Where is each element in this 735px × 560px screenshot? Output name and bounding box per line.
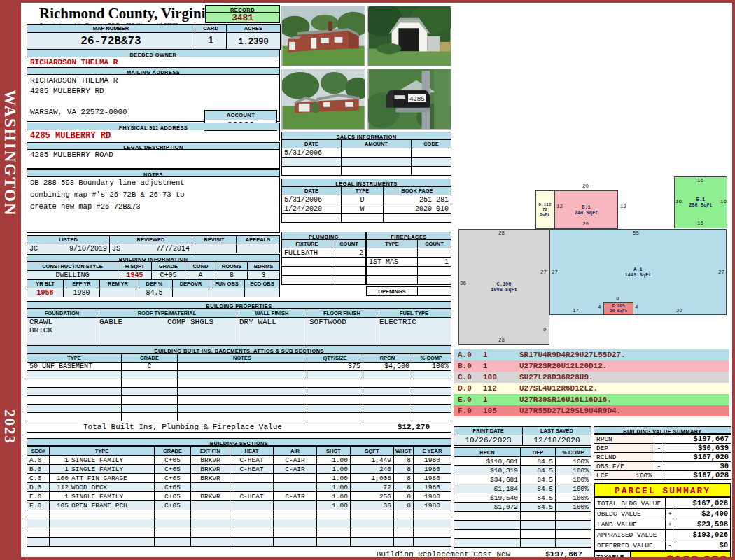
photo-house-front: [281, 6, 365, 66]
account-box: ACCOUNT 20060: [204, 110, 277, 120]
taxable-value: $193,026: [631, 552, 730, 560]
listed-date: 9/10/2019: [69, 245, 107, 253]
sales-row: [282, 158, 451, 167]
physical-address-block: PHYSICAL 911 ADDRESS 4285 MULBERRY RD: [27, 122, 280, 141]
fireplace-row: [367, 248, 451, 258]
sketch-code-row: D.0112U27SL4U12R6D12L2.: [454, 383, 729, 394]
building-section-value-row: [454, 521, 592, 530]
building-properties-block: BUILDING PROPERTIES FOUNDATION ROOF TYPE…: [27, 301, 451, 346]
grade-label: GRADE: [152, 262, 186, 271]
depovr-label: DEPOVR: [173, 280, 209, 288]
col-sec: SEC#: [27, 447, 50, 456]
wall-finish-label: WALL FINISH: [237, 309, 307, 318]
legal-instruments-block: LEGAL INSTRUMENTS DATE TYPE BOOK PAGE 5/…: [281, 178, 451, 223]
building-section-row: B.0 1SINGLE FAMILY C+05 BRKVR C-HEAT C-A…: [27, 465, 451, 474]
dim: 27: [718, 270, 724, 275]
plumbing-row: [282, 267, 366, 276]
legal-instrument-row: 1/24/2020W2020 010: [282, 204, 451, 214]
built-ins-total-row: Total Built Ins, Plumbing & Fireplace Va…: [27, 421, 451, 433]
revisit-value: [192, 244, 237, 253]
building-section-value-row: $19,540 84.5 100%: [454, 493, 592, 503]
col-date: DATE: [282, 140, 342, 148]
col-count: COUNT: [418, 240, 451, 248]
acres-label: ACRES: [227, 24, 281, 33]
photo-shed: [368, 6, 451, 66]
openings-label: OPENINGS: [367, 287, 418, 296]
foundation-value2: BRICK: [29, 326, 94, 335]
print-info-block: PRINT DATE LAST SAVED 10/26/2023 12/18/2…: [454, 426, 592, 446]
deeded-owner-block: DEEDED OWNER RICHARDSON THELMA R: [27, 50, 280, 68]
col-qty: QTY/SIZE: [307, 354, 363, 363]
funobs-label: FUN OBS: [209, 280, 245, 288]
roof-material-value: COMP SHGLS: [167, 318, 214, 326]
fireplaces-label: FIREPLACES: [366, 232, 451, 239]
photo-house-side: [281, 69, 365, 130]
col-rpcn: RPCN: [454, 448, 521, 457]
built-ins-block: BUILDING BUILT INS, BASEMENTS, ATTICS & …: [27, 346, 451, 433]
col-notes: NOTES: [178, 354, 307, 363]
taxable-value-label: TAXABLE VALUE: [595, 552, 631, 560]
built-ins-total-label: Total Built Ins, Plumbing & Fireplace Va…: [83, 423, 282, 431]
hsqft-value: 1945: [118, 271, 152, 280]
col-extfin: EXT FIN: [191, 447, 230, 456]
floor-finish-label: FLOOR FINISH: [307, 309, 377, 318]
record-box: RECORD 3481: [205, 5, 280, 23]
sketch-code-row: C.0100SU27L28D36R28U9.: [454, 372, 729, 383]
col-date: DATE: [282, 187, 342, 195]
mailing-line: RICHARDSON THELMA R: [30, 76, 276, 87]
col-type: TYPE: [367, 240, 418, 248]
remyr-label: REM YR: [100, 280, 136, 288]
property-record-card: WASHINGTON 2023 Richmond County, Virgini…: [0, 0, 735, 560]
dim: 16: [676, 199, 682, 204]
col-count: COUNT: [332, 240, 366, 248]
mailing-address-label: MAILING ADDRESS: [27, 67, 280, 75]
parcel-summary-row: APPRAISED VALUE $193,026: [595, 530, 730, 540]
dim: 27: [552, 270, 558, 275]
built-ins-row: [27, 371, 451, 379]
dim: 9: [616, 296, 620, 302]
account-label: ACCOUNT: [204, 110, 277, 120]
remyr-value: [100, 288, 136, 298]
roof-label: ROOF TYPE/MATERIAL: [97, 309, 237, 318]
map-card-acres: MAP NUMBER CARD ACRES 26-72B&73 1 1.2390: [27, 24, 280, 50]
card-number: 1: [195, 33, 227, 50]
dim: 27: [540, 270, 547, 275]
building-properties-label: BUILDING PROPERTIES: [27, 301, 451, 309]
dim: 16: [720, 199, 727, 204]
effyr-value: 1980: [64, 288, 100, 298]
parcel-summary-row: DEFERRED VALUE - $0: [595, 540, 730, 551]
appeals-label: APPEALS: [237, 236, 280, 244]
dim: 28: [498, 230, 505, 236]
acres-value: 1.2390: [227, 33, 281, 50]
sketch-block-f: F.10536 SqFt: [603, 302, 634, 315]
print-date-value: 10/26/2023: [454, 435, 523, 446]
record-value: 3481: [205, 13, 280, 23]
parcel-summary-label: PARCEL SUMMARY: [595, 484, 730, 498]
revisit-label: REVISIT: [192, 236, 237, 244]
legal-description-label: LEGAL DESCRIPTION: [27, 142, 280, 150]
fireplace-row: [367, 267, 451, 276]
dim: 16: [697, 220, 704, 226]
card-label: CARD: [195, 24, 227, 33]
sales-information-block: SALES INFORMATION DATE AMOUNT CODE 5/31/…: [281, 132, 451, 176]
built-ins-total-value: $12,270: [398, 423, 430, 431]
effyr-label: EFF YR: [64, 280, 100, 288]
dim: 36: [460, 281, 466, 286]
building-section-row: [27, 510, 451, 519]
col-grade: GRADE: [155, 447, 191, 456]
built-ins-row: [27, 379, 451, 388]
col-type: TYPE: [27, 354, 122, 363]
grade-value: C+05: [152, 271, 186, 280]
col-heat: HEAT: [230, 447, 274, 456]
plumbing-row: FULLBATH2: [282, 248, 366, 258]
notes-label: NOTES: [27, 169, 280, 177]
building-section-row: A.0 1SINGLE FAMILY C+05 BRKVR C-HEAT C-A…: [27, 456, 451, 465]
legal-instruments-label: LEGAL INSTRUMENTS: [281, 178, 451, 186]
sketch-code-row: F.0105U27R55D27L29SL9U4R9D4.: [454, 405, 729, 416]
construction-style-label: CONSTRUCTION STYLE: [27, 262, 118, 271]
yrblt-label: YR BLT: [27, 280, 64, 288]
building-section-value-row: $34,681 84.5 100%: [454, 475, 592, 484]
dim: 12: [556, 204, 563, 209]
building-information-label: BUILDING INFORMATION: [27, 254, 280, 262]
dim: 29: [676, 308, 682, 314]
